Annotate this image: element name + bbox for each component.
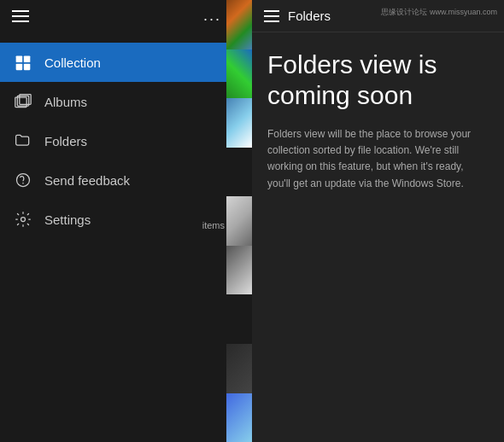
sidebar-item-settings-label: Settings [44,212,91,227]
sidebar-item-collection[interactable]: Collection [0,43,252,82]
collection-icon [14,53,32,72]
folders-icon [14,131,32,150]
svg-rect-0 [16,56,23,63]
settings-icon [14,210,32,229]
right-header: Folders 思缘设计论坛 www.missyuan.com [252,0,504,32]
sidebar-item-send-feedback[interactable]: Send feedback [0,160,252,200]
sidebar-item-albums[interactable]: Albums [0,82,252,121]
items-label: items [202,220,225,230]
sidebar-item-collection-label: Collection [44,55,101,70]
feedback-icon [14,171,32,189]
sidebar-item-albums-label: Albums [44,95,87,109]
more-button-left[interactable]: ··· [203,10,221,28]
right-content: Folders view is coming soon Folders view… [252,32,504,442]
nav-menu: Collection Albums Folders [0,43,252,239]
sidebar-item-folders[interactable]: Folders [0,121,252,160]
right-panel-title: Folders [288,9,331,23]
svg-point-9 [21,218,26,222]
hamburger-button[interactable] [12,10,29,22]
watermark: 思缘设计论坛 www.missyuan.com [381,7,497,18]
svg-point-8 [22,183,24,184]
svg-rect-3 [24,64,31,71]
thumbnail-gap [226,148,252,197]
svg-rect-1 [24,56,31,63]
coming-soon-desc: Folders view will be the place to browse… [267,126,489,192]
sidebar-item-feedback-label: Send feedback [44,173,130,188]
sidebar-item-settings[interactable]: Settings [0,200,252,239]
thumbnail-1 [226,0,252,49]
svg-rect-2 [16,64,23,71]
coming-soon-title: Folders view is coming soon [267,49,489,111]
thumbnail-2 [226,49,252,99]
thumbnail-5 [226,246,252,295]
left-panel: ··· Collection [0,0,252,442]
albums-icon [14,92,32,111]
thumbnail-3 [226,98,252,148]
right-hamburger-button[interactable] [264,10,279,22]
thumbnail-gap2 [226,294,252,344]
thumbnail-strip [226,0,252,442]
right-panel: Folders 思缘设计论坛 www.missyuan.com Folders … [252,0,504,442]
thumbnail-4 [226,196,252,246]
thumbnail-7 [226,393,252,443]
thumbnail-6 [226,344,252,393]
sidebar-item-folders-label: Folders [44,134,87,148]
